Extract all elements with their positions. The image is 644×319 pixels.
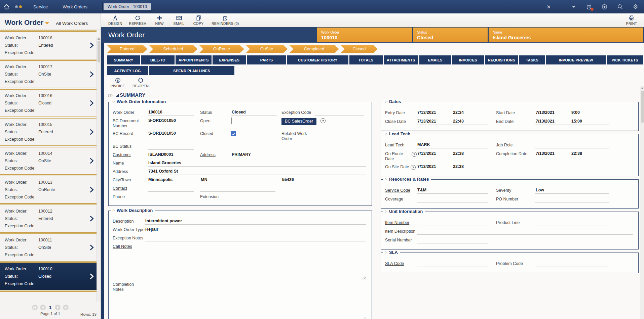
item-number-field[interactable] (417, 220, 488, 226)
close-date-field[interactable]: 7/13/202122:43 (417, 119, 488, 125)
collapse-triangle-icon[interactable]: ▷ (385, 210, 387, 213)
settings-gear-icon[interactable]: ⚙ (632, 4, 639, 10)
sidebar-title-dropdown[interactable]: Work Order (5, 18, 49, 27)
tab-work-order-100010[interactable]: Work Order - 100010 (104, 3, 151, 10)
po-number-link[interactable]: PO Number (496, 196, 535, 202)
scrollbar-thumb[interactable] (641, 91, 644, 123)
invoice-button[interactable]: $ INVOICE (108, 77, 127, 88)
sla-code-field[interactable] (417, 261, 488, 267)
item-description-field[interactable] (417, 228, 633, 235)
last-page-button[interactable] (63, 305, 69, 310)
on-route-date-field[interactable]: 7/13/202122:38 (417, 151, 488, 157)
prev-page-button[interactable] (40, 305, 46, 310)
first-page-button[interactable] (32, 305, 38, 310)
list-item[interactable]: Work Order:100015 Status:Entered Excepti… (0, 119, 97, 145)
service-code-field[interactable]: T&M (417, 187, 488, 194)
list-item[interactable]: Work Order:100014 Status:OnSite Exceptio… (0, 147, 97, 174)
open-checkbox[interactable] (231, 118, 232, 124)
tab-attachments[interactable]: ATTACHMENTS (384, 55, 418, 64)
resize-grip[interactable] (362, 317, 366, 319)
job-role-field[interactable] (535, 142, 609, 148)
lead-tech-field[interactable]: MARK (417, 142, 488, 148)
contact-link[interactable]: Contact (113, 185, 148, 191)
collapse-triangle-icon[interactable]: ▷ (385, 100, 387, 103)
reopen-button[interactable]: RE-OPEN (131, 77, 150, 88)
collapse-triangle-icon[interactable]: ▷ (385, 251, 387, 254)
refresh-button[interactable]: REFRESH (127, 14, 148, 26)
copy-button[interactable]: COPY (190, 14, 207, 26)
search-icon[interactable] (617, 4, 623, 10)
reminders-button[interactable]: REMINDERS (0) (210, 14, 241, 26)
tab-bill-to[interactable]: BILL-TO (141, 55, 175, 64)
nav-work-orders[interactable]: Work Orders (63, 4, 87, 9)
address-code-link[interactable]: Address (200, 152, 231, 157)
call-notes-link[interactable]: Call Notes (113, 243, 145, 249)
close-icon[interactable]: ✕ (545, 4, 552, 10)
stage-scheduled[interactable]: Scheduled (149, 45, 197, 53)
section-expanded-icon[interactable] (116, 94, 119, 97)
phone-field[interactable] (148, 194, 194, 200)
closed-checkbox[interactable] (231, 131, 236, 136)
resize-grip[interactable] (362, 276, 366, 279)
stage-onroute[interactable]: OnRoute (199, 45, 244, 53)
work-order-field[interactable]: 100010 (148, 109, 194, 116)
entry-date-field[interactable]: 7/13/202122:34 (417, 110, 488, 116)
scroll-up-icon[interactable] (98, 38, 100, 40)
tab-expenses[interactable]: EXPENSES (213, 55, 246, 64)
bc-status-field[interactable] (148, 143, 194, 150)
tab-invoices[interactable]: INVOICES (452, 55, 484, 64)
serial-number-field[interactable] (417, 237, 488, 243)
tab-spend-plan-lines[interactable]: SPEND PLAN LINES (149, 66, 234, 75)
help-icon[interactable]: ? (320, 118, 326, 123)
list-item[interactable]: Work Order:100013 Status:OnRoute Excepti… (0, 176, 97, 203)
serial-number-link[interactable]: Serial Number (385, 237, 417, 243)
city-field[interactable]: Minneapolis (148, 177, 194, 183)
bc-salesorder-button[interactable]: BC SalesOrder (281, 118, 316, 125)
problem-code-field[interactable] (535, 261, 609, 267)
main-scrollbar[interactable] (640, 86, 644, 319)
bc-record-field[interactable]: S-ORD101050 (148, 131, 194, 137)
state-field[interactable]: MN (200, 177, 275, 183)
status-field[interactable]: Closed (231, 109, 277, 116)
address-code-field[interactable]: PRIMARY (231, 152, 277, 158)
extension-field[interactable] (231, 194, 281, 200)
nav-service[interactable]: Service (33, 4, 48, 9)
tab-parts[interactable]: PARTS (247, 55, 286, 64)
collapse-triangle-icon[interactable]: ▷ (113, 209, 115, 212)
tab-invoice-preview[interactable]: INVOICE PREVIEW (546, 55, 606, 64)
email-button[interactable]: EMAIL (171, 14, 187, 26)
coverage-field[interactable] (417, 196, 488, 202)
tab-appointments[interactable]: APPOINTMENTS (176, 55, 212, 64)
completion-date-field[interactable]: 7/13/202122:38 (535, 151, 609, 157)
name-field[interactable]: Island Groceries (148, 160, 366, 167)
contact-field[interactable] (148, 185, 194, 192)
next-page-button[interactable] (55, 305, 61, 310)
completion-notes-textarea[interactable] (145, 281, 366, 319)
customer-link[interactable]: Customer (113, 152, 148, 157)
list-item[interactable]: Work Order:100012 Status:Entered Excepti… (0, 205, 97, 232)
customer-field[interactable]: ISLAND0001 (148, 152, 194, 158)
call-notes-textarea[interactable] (113, 250, 366, 279)
work-order-type-field[interactable]: Repair (145, 227, 192, 233)
list-item-selected[interactable]: Work Order:100010 Status:Closed Exceptio… (0, 263, 97, 290)
tab-summary[interactable]: SUMMARY (107, 55, 140, 64)
sla-code-link[interactable]: SLA Code (385, 261, 417, 266)
exception-notes-field[interactable] (145, 235, 366, 241)
list-item[interactable]: Work Order:100017 Status:OnSite Exceptio… (0, 61, 97, 88)
tab-emails[interactable]: EMAILS (419, 55, 451, 64)
lead-tech-link[interactable]: Lead Tech (385, 142, 417, 148)
print-button[interactable]: PRINT (623, 14, 640, 26)
tab-pick-tickets[interactable]: PICK TICKETS (607, 55, 643, 64)
start-date-field[interactable]: 7/13/20219:00 (535, 110, 609, 116)
description-field[interactable]: Intermittent power (145, 218, 366, 225)
help-icon[interactable]: ? (412, 152, 417, 157)
tab-activity-log[interactable]: ACTIVITY LOG (107, 66, 148, 75)
item-number-link[interactable]: Item Number (385, 220, 417, 225)
severity-field[interactable]: Low (535, 187, 609, 194)
exception-code-field[interactable] (315, 109, 364, 116)
address-field[interactable]: 7341 Oxford St (148, 169, 366, 175)
tab-totals[interactable]: TOTALS (349, 55, 383, 64)
collapse-triangle-icon[interactable]: ▷ (385, 178, 387, 181)
new-button[interactable]: NEW (151, 14, 168, 26)
skip-forward-icon[interactable]: ▷▷ (108, 93, 113, 97)
